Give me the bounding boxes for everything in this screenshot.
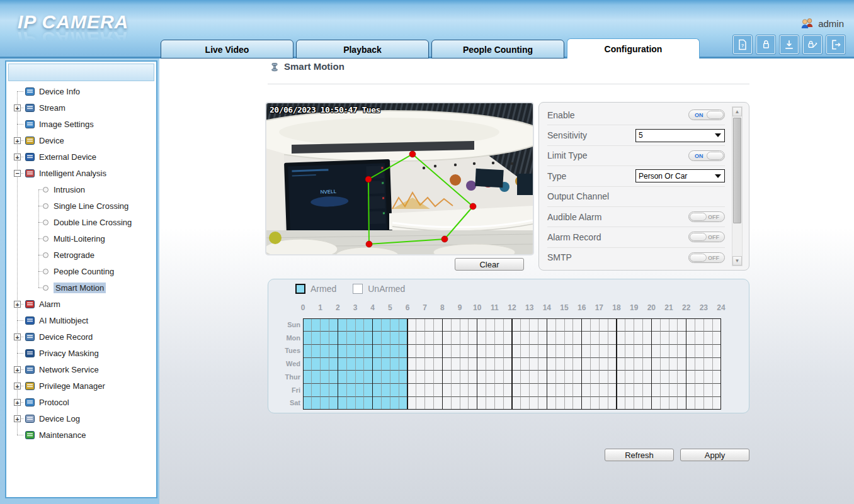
sidebar-item-device-info[interactable]: Device Info [6, 83, 156, 99]
sidebar-item-privacy-masking[interactable]: Privacy Masking [6, 345, 156, 361]
logout-button[interactable] [826, 35, 845, 54]
sidebar-item-stream[interactable]: +Stream [6, 99, 156, 116]
day-label: Thur [268, 371, 300, 384]
sidebar-item-label: Smart Motion [54, 283, 106, 293]
sidebar-panel: Device Info+StreamImage Settings+Device+… [5, 60, 157, 498]
day-label: Sun [268, 318, 300, 332]
expander-minus-icon[interactable]: − [14, 170, 21, 177]
download-button[interactable] [780, 35, 799, 54]
help-file-button[interactable]: ? [733, 35, 752, 54]
user-menu[interactable]: admin [800, 18, 844, 29]
select-value: Person Or Car [639, 172, 687, 181]
tab-live-video[interactable]: Live Video [161, 40, 293, 59]
refresh-button[interactable]: Refresh [605, 449, 674, 461]
sidebar-item-intelligent-analysis[interactable]: −Intelligent Analysis [6, 165, 156, 181]
radio-icon [43, 269, 48, 274]
svg-text:?: ? [741, 43, 744, 48]
sidebar-item-smart-motion[interactable]: Smart Motion [6, 279, 156, 296]
expander-plus-icon[interactable]: + [14, 399, 21, 406]
tab-configuration[interactable]: Configuration [567, 38, 700, 59]
day-label: Mon [268, 332, 300, 345]
limit-type-toggle[interactable]: ON [688, 150, 725, 161]
expander-plus-icon[interactable]: + [14, 301, 21, 308]
setting-label: Audible Alarm [547, 212, 601, 222]
sidebar-item-intrusion[interactable]: Intrusion [6, 181, 156, 198]
setting-label: Type [547, 171, 566, 181]
day-label: Fri [268, 384, 300, 397]
sidebar-item-label: Device [39, 136, 64, 145]
video-canvas[interactable]: NVELL [265, 102, 534, 255]
sidebar-item-label: Stream [39, 103, 65, 113]
radio-icon [43, 203, 48, 209]
sidebar-item-privilege-manager[interactable]: +Privilege Manager [6, 378, 156, 394]
type-select[interactable]: Person Or Car [635, 169, 725, 182]
setting-row-type: TypePerson Or Car [547, 166, 725, 186]
sidebar-item-device-record[interactable]: +Device Record [6, 328, 156, 345]
sidebar-item-network-service[interactable]: +Network Service [6, 361, 156, 378]
expander-plus-icon[interactable]: + [14, 383, 21, 389]
sidebar-item-ai-multiobject[interactable]: AI Multiobject [6, 312, 156, 328]
sidebar-item-label: AI Multiobject [39, 316, 88, 325]
sensitivity-select[interactable]: 5 [635, 129, 725, 142]
sidebar-item-device-log[interactable]: +Device Log [6, 410, 156, 427]
sidebar-item-maintenance[interactable]: Maintenance [6, 427, 156, 443]
sidebar-item-label: Maintenance [39, 430, 86, 440]
alarm-record-toggle[interactable]: OFF [688, 232, 725, 242]
tab-playback[interactable]: Playback [296, 40, 429, 59]
alarm-icon [25, 300, 35, 309]
sidebar-item-multi-loitering[interactable]: Multi-Loitering [6, 230, 156, 247]
expander-plus-icon[interactable]: + [14, 415, 21, 422]
scroll-up-icon[interactable]: ▲ [732, 107, 742, 116]
change-password-button[interactable] [803, 35, 822, 54]
audible-alarm-toggle[interactable]: OFF [688, 211, 725, 222]
setting-label: Sensitivity [547, 130, 587, 140]
scroll-thumb[interactable] [733, 118, 741, 223]
expander-plus-icon[interactable]: + [14, 137, 21, 144]
enable-toggle[interactable]: ON [688, 109, 725, 120]
video-timestamp: 20/06/2023 10:50:47 Tues [270, 105, 380, 115]
divider [268, 84, 749, 84]
expander-spacer [14, 88, 21, 95]
sidebar-item-label: Intelligent Analysis [39, 169, 106, 178]
smtp-toggle[interactable]: OFF [688, 252, 725, 263]
expander-plus-icon[interactable]: + [14, 366, 21, 373]
logout-icon [829, 38, 842, 51]
toggle-knob [690, 233, 707, 241]
setting-label: Alarm Record [547, 232, 601, 242]
toggle-on-label: ON [695, 153, 703, 159]
sidebar-item-external-device[interactable]: +External Device [6, 148, 156, 165]
sidebar-item-label: Double Line Crossing [54, 218, 132, 227]
expander-plus-icon[interactable]: + [14, 154, 21, 160]
sidebar-item-double-line-crossing[interactable]: Double Line Crossing [6, 214, 156, 230]
tab-people-counting[interactable]: People Counting [431, 40, 564, 59]
scroll-down-icon[interactable]: ▼ [732, 256, 742, 266]
sidebar-item-alarm[interactable]: +Alarm [6, 296, 156, 312]
expander-plus-icon[interactable]: + [14, 104, 21, 111]
sidebar-item-people-counting[interactable]: People Counting [6, 263, 156, 279]
radio-icon [43, 187, 48, 193]
clear-button[interactable]: Clear [455, 258, 524, 271]
sidebar-item-retrograde[interactable]: Retrograde [6, 247, 156, 263]
expander-spacer [14, 317, 21, 324]
setting-label: Output Channel [547, 191, 609, 201]
expander-spacer [14, 432, 21, 439]
sidebar: Device Info+StreamImage Settings+Device+… [0, 59, 159, 504]
sidebar-item-single-line-crossing[interactable]: Single Line Crossing [6, 198, 156, 214]
sidebar-item-device[interactable]: +Device [6, 132, 156, 148]
settings-scrollbar[interactable]: ▲ ▼ [732, 106, 743, 266]
toggle-knob [707, 111, 724, 119]
device-log-icon [25, 414, 35, 423]
expander-plus-icon[interactable]: + [14, 333, 21, 340]
select-value: 5 [639, 131, 643, 140]
sidebar-item-label: Privacy Masking [39, 349, 99, 358]
toggle-on-label: ON [695, 112, 703, 118]
sidebar-item-label: Alarm [39, 300, 60, 309]
guard-button[interactable] [756, 35, 775, 54]
page-title: Smart Motion [284, 61, 344, 72]
schedule-grid[interactable] [303, 318, 721, 410]
logo-reflection: IP CAMERA [18, 29, 128, 48]
sidebar-item-image-settings[interactable]: Image Settings [6, 116, 156, 132]
apply-button[interactable]: Apply [680, 449, 749, 461]
sidebar-item-protocol[interactable]: +Protocol [6, 394, 156, 410]
user-name: admin [818, 18, 844, 29]
